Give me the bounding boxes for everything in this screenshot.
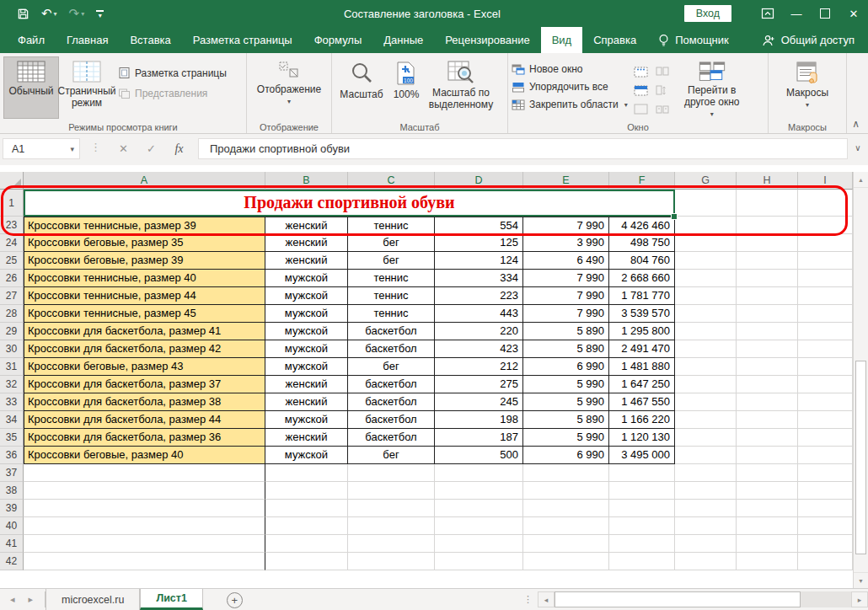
cell-I33[interactable]: [798, 393, 853, 411]
horizontal-scrollbar[interactable]: ⋮ ◂ ▸: [523, 589, 868, 610]
cell-B39[interactable]: [265, 500, 348, 517]
row-header-39[interactable]: 39: [0, 500, 24, 517]
scroll-right-icon[interactable]: ▸: [851, 591, 868, 607]
cell-C23[interactable]: теннис: [348, 217, 435, 234]
cell-I26[interactable]: [798, 270, 853, 287]
cell-H29[interactable]: [737, 323, 798, 340]
cell-D24[interactable]: 125: [435, 234, 523, 252]
show-dropdown-button[interactable]: Отображение ▾: [253, 56, 325, 119]
insert-function-icon[interactable]: fx: [165, 142, 193, 156]
macros-button[interactable]: Макросы ▾: [782, 56, 833, 119]
cell-H39[interactable]: [737, 500, 798, 517]
cell-F31[interactable]: 1 481 880: [609, 358, 675, 376]
cell-E30[interactable]: 5 890: [523, 340, 609, 358]
row-header-25[interactable]: 25: [0, 252, 24, 270]
cell-D42[interactable]: [435, 553, 523, 570]
cell-A27[interactable]: Кроссовки теннисные, размер 44: [24, 287, 265, 305]
column-header-A[interactable]: A: [24, 172, 265, 190]
cell-D39[interactable]: [435, 500, 523, 517]
cell-E33[interactable]: 5 990: [523, 393, 609, 411]
cell-C27[interactable]: теннис: [348, 287, 435, 305]
zoom-to-selection-button[interactable]: Масштаб по выделенному: [425, 56, 497, 119]
cell-G36[interactable]: [675, 447, 737, 464]
cell-A31[interactable]: Кроссовки беговые, размер 43: [24, 358, 265, 376]
menu-tab-2[interactable]: Вставка: [119, 27, 181, 53]
cell-A38[interactable]: [24, 482, 265, 500]
cell-A39[interactable]: [24, 500, 265, 517]
scroll-up-icon[interactable]: ▲: [854, 172, 868, 188]
cell-H41[interactable]: [737, 535, 798, 553]
cell-G27[interactable]: [675, 287, 737, 305]
column-header-G[interactable]: G: [675, 172, 737, 190]
page-break-preview-button[interactable]: Страничный режим: [59, 56, 115, 119]
cell-H38[interactable]: [737, 482, 798, 500]
cell-B24[interactable]: женский: [265, 234, 348, 252]
cell-D34[interactable]: 198: [435, 411, 523, 429]
cell-D37[interactable]: [435, 464, 523, 482]
cell-D35[interactable]: 187: [435, 429, 523, 447]
menu-tab-0[interactable]: Файл: [7, 27, 56, 53]
cell-G42[interactable]: [675, 553, 737, 570]
cell-I25[interactable]: [798, 252, 853, 270]
column-header-B[interactable]: B: [265, 172, 348, 190]
maximize-button[interactable]: [811, 0, 839, 27]
cell-D25[interactable]: 124: [435, 252, 523, 270]
cell-I24[interactable]: [798, 234, 853, 252]
row-header-36[interactable]: 36: [0, 447, 24, 464]
cell-H31[interactable]: [737, 358, 798, 376]
cell-I27[interactable]: [798, 287, 853, 305]
cell-A1-merged-title[interactable]: Продажи спортивной обуви: [24, 190, 675, 217]
cell-E36[interactable]: 6 990: [523, 447, 609, 464]
cell-E24[interactable]: 3 990: [523, 234, 609, 252]
undo-dropdown-icon[interactable]: ▾: [54, 10, 57, 18]
name-box[interactable]: A1 ▾: [3, 138, 80, 159]
cell-I29[interactable]: [798, 323, 853, 340]
cell-A26[interactable]: Кроссовки теннисные, размер 40: [24, 270, 265, 287]
cell-E26[interactable]: 7 990: [523, 270, 609, 287]
cell-F24[interactable]: 498 750: [609, 234, 675, 252]
cell-B23[interactable]: женский: [265, 217, 348, 234]
sheet-tab-1[interactable]: Лист1: [140, 589, 202, 610]
fill-handle[interactable]: [671, 213, 678, 220]
cell-I38[interactable]: [798, 482, 853, 500]
cell-C39[interactable]: [348, 500, 435, 517]
cell-H30[interactable]: [737, 340, 798, 358]
cell-B35[interactable]: женский: [265, 429, 348, 447]
cell-H27[interactable]: [737, 287, 798, 305]
cell-F33[interactable]: 1 467 550: [609, 393, 675, 411]
cell-D32[interactable]: 275: [435, 376, 523, 393]
hide-window-button[interactable]: [633, 83, 650, 97]
share-button[interactable]: Общий доступ: [762, 27, 868, 53]
cell-E32[interactable]: 5 990: [523, 376, 609, 393]
cell-E27[interactable]: 7 990: [523, 287, 609, 305]
row-header-38[interactable]: 38: [0, 482, 24, 500]
page-layout-button[interactable]: Разметка страницы: [118, 67, 227, 79]
cell-C36[interactable]: бег: [348, 447, 435, 464]
cell-B28[interactable]: мужской: [265, 305, 348, 323]
cell-B30[interactable]: мужской: [265, 340, 348, 358]
cell-F41[interactable]: [609, 535, 675, 553]
column-header-F[interactable]: F: [609, 172, 675, 190]
cell-F35[interactable]: 1 120 130: [609, 429, 675, 447]
row-header-35[interactable]: 35: [0, 429, 24, 447]
cell-B36[interactable]: мужской: [265, 447, 348, 464]
cell-D26[interactable]: 334: [435, 270, 523, 287]
cell-I34[interactable]: [798, 411, 853, 429]
freeze-panes-button[interactable]: Закрепить области ▾: [512, 99, 628, 110]
cell-E35[interactable]: 5 990: [523, 429, 609, 447]
cell-B25[interactable]: женский: [265, 252, 348, 270]
cell-A41[interactable]: [24, 535, 265, 553]
formula-bar-splitter[interactable]: ⋮: [80, 138, 110, 153]
new-sheet-button[interactable]: +: [227, 592, 243, 608]
cell-B37[interactable]: [265, 464, 348, 482]
cell-F26[interactable]: 2 668 660: [609, 270, 675, 287]
cell-A32[interactable]: Кроссовки для баскетбола, размер 37: [24, 376, 265, 393]
row-header-33[interactable]: 33: [0, 393, 24, 411]
cell-B40[interactable]: [265, 517, 348, 535]
name-box-dropdown-icon[interactable]: ▾: [70, 145, 79, 153]
cell-E40[interactable]: [523, 517, 609, 535]
cell-E42[interactable]: [523, 553, 609, 570]
cell-E23[interactable]: 7 990: [523, 217, 609, 234]
cell-C29[interactable]: баскетбол: [348, 323, 435, 340]
cell-C41[interactable]: [348, 535, 435, 553]
